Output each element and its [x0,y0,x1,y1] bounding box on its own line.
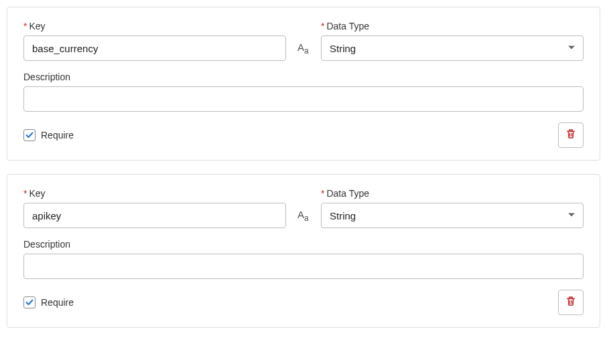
required-asterisk: * [321,188,324,199]
description-section: Description [23,72,584,112]
require-checkbox-wrap[interactable]: Require [23,129,74,141]
top-row: * Key A a * Data Type String [23,188,584,228]
description-section: Description [23,239,584,279]
key-label-row: * Key [23,188,286,199]
require-label: Require [41,130,74,141]
datatype-select[interactable]: String [321,203,584,228]
key-label: Key [29,21,45,31]
type-icon: A a [294,35,313,61]
datatype-label-row: * Data Type [321,21,584,31]
description-label: Description [23,239,584,250]
svg-text:A: A [297,41,304,53]
key-field: * Key [23,188,286,228]
datatype-field: * Data Type String [321,188,584,228]
key-field: * Key [23,21,286,61]
svg-text:a: a [304,46,309,56]
require-label: Require [41,297,74,308]
description-input[interactable] [23,86,584,112]
trash-icon [565,128,577,143]
trash-icon [565,295,577,310]
require-checkbox[interactable] [23,129,36,141]
parameter-card: * Key A a * Data Type String [7,174,600,328]
svg-text:a: a [304,213,309,223]
svg-text:A: A [297,209,304,220]
type-icon: A a [294,203,313,228]
key-input[interactable] [23,203,286,228]
datatype-select[interactable]: String [321,35,584,61]
bottom-row: Require [23,122,584,148]
datatype-label: Data Type [326,188,369,199]
top-row: * Key A a * Data Type String [23,21,584,61]
description-label: Description [23,72,584,82]
datatype-select-wrap: String [321,35,584,61]
key-input[interactable] [23,35,286,61]
datatype-field: * Data Type String [321,21,584,61]
datatype-select-wrap: String [321,203,584,228]
key-label-row: * Key [23,21,286,31]
delete-button[interactable] [558,122,584,148]
require-checkbox-wrap[interactable]: Require [23,296,74,308]
datatype-label-row: * Data Type [321,188,584,199]
key-label: Key [29,188,45,199]
bottom-row: Require [23,290,584,315]
required-asterisk: * [23,188,27,199]
required-asterisk: * [23,21,27,31]
parameter-card: * Key A a * Data Type String [7,7,600,161]
datatype-value: String [330,210,356,221]
required-asterisk: * [321,21,324,31]
delete-button[interactable] [558,290,584,315]
datatype-label: Data Type [326,21,369,31]
datatype-value: String [330,43,356,54]
require-checkbox[interactable] [23,296,36,308]
description-input[interactable] [23,254,584,279]
